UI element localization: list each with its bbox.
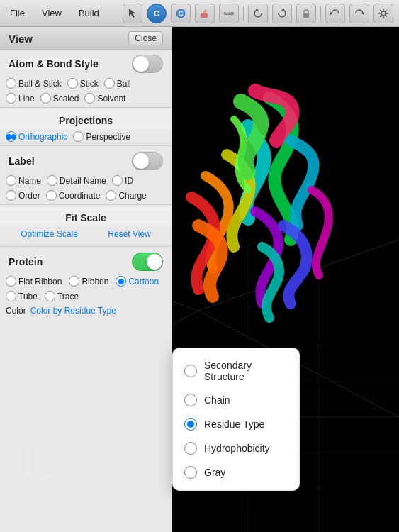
svg-line-21 xyxy=(386,10,387,11)
label-toggle[interactable] xyxy=(132,152,163,170)
cartoon-radio xyxy=(116,276,126,287)
label-section-title: Label xyxy=(9,155,35,167)
settings-tool[interactable] xyxy=(373,4,393,23)
id-option[interactable]: ID xyxy=(112,175,133,186)
stick-radio xyxy=(67,78,78,89)
rotate-left-tool[interactable] xyxy=(248,4,268,23)
orthographic-label: Orthographic xyxy=(18,132,67,142)
detail-name-label: Detail Name xyxy=(60,176,106,186)
order-radio xyxy=(6,190,16,201)
orthographic-option[interactable]: Orthographic xyxy=(6,131,67,142)
eraser-tool[interactable] xyxy=(195,4,215,23)
residue-type-label: Residue Type xyxy=(204,419,264,430)
ribbon-option[interactable]: Ribbon xyxy=(69,276,108,287)
flat-ribbon-label: Flat Ribbon xyxy=(18,277,62,287)
coordinate-option[interactable]: Coordinate xyxy=(46,190,101,201)
svg-marker-9 xyxy=(256,9,259,11)
rotate-right-tool[interactable] xyxy=(272,4,292,23)
detail-name-option[interactable]: Detail Name xyxy=(47,175,106,186)
menu-file[interactable]: File xyxy=(6,6,29,20)
projections-label: Projections xyxy=(0,109,172,129)
svg-point-14 xyxy=(381,11,386,16)
toolbar-divider2 xyxy=(320,6,321,21)
fit-scale-label: Fit Scale xyxy=(0,206,172,226)
residue-type-radio xyxy=(184,418,197,431)
hydrophobicity-radio xyxy=(184,442,197,455)
projection-options: Orthographic Perspective xyxy=(0,129,172,144)
tube-option[interactable]: Tube xyxy=(6,291,38,301)
name-option[interactable]: Name xyxy=(6,175,41,186)
lock-tool[interactable] xyxy=(296,4,316,23)
color-value-button[interactable]: Color by Residue Type xyxy=(30,306,116,316)
atom-plus-tool[interactable]: C + xyxy=(171,4,191,23)
menu-view[interactable]: View xyxy=(38,6,66,20)
molecule-visualization xyxy=(142,84,383,353)
color-label: Color xyxy=(6,306,26,316)
cartoon-option[interactable]: Cartoon xyxy=(116,276,159,287)
gray-radio xyxy=(184,466,197,479)
coordinate-radio xyxy=(46,190,57,201)
panel-title: View xyxy=(9,33,33,45)
protein-section: Protein xyxy=(0,248,172,274)
redo-tool[interactable] xyxy=(349,4,369,23)
tube-radio xyxy=(6,291,16,301)
perspective-option[interactable]: Perspective xyxy=(73,131,130,142)
secondary-structure-radio xyxy=(184,365,197,377)
secondary-structure-option[interactable]: Secondary Structure xyxy=(173,354,299,388)
fit-scale-buttons: Optimize Scale Reset View xyxy=(0,226,172,245)
order-label: Order xyxy=(18,191,40,201)
flat-ribbon-radio xyxy=(6,276,16,287)
charge-option[interactable]: Charge xyxy=(106,190,146,201)
stick-option[interactable]: Stick xyxy=(67,78,99,89)
atom-bond-style-label: Atom & Bond Style xyxy=(9,58,99,70)
svg-rect-5 xyxy=(224,12,234,15)
label-knob xyxy=(133,153,149,169)
cartoon-label: Cartoon xyxy=(128,277,159,287)
cursor-tool[interactable] xyxy=(123,4,142,23)
protein-style-options-2: Tube Trace xyxy=(0,289,172,304)
tube-label: Tube xyxy=(18,292,38,301)
chain-option[interactable]: Chain xyxy=(173,388,299,412)
order-option[interactable]: Order xyxy=(6,190,40,201)
divider-4 xyxy=(0,246,172,247)
name-radio xyxy=(6,175,16,186)
id-label: ID xyxy=(125,176,133,186)
ball-stick-option[interactable]: Ball & Stick xyxy=(6,78,62,89)
solvent-option[interactable]: Solvent xyxy=(84,93,125,104)
svg-line-19 xyxy=(380,10,381,11)
menu-build[interactable]: Build xyxy=(74,6,103,20)
ball-radio xyxy=(104,78,115,89)
atom-bond-style-toggle[interactable] xyxy=(132,55,163,73)
hydrophobicity-label: Hydrophobicity xyxy=(204,443,270,454)
scaled-option[interactable]: Scaled xyxy=(40,93,79,104)
undo-tool[interactable] xyxy=(325,4,345,23)
panel-close-button[interactable]: Close xyxy=(128,31,163,45)
label-options-2: Order Coordinate Charge xyxy=(0,188,172,203)
ruler-tool[interactable] xyxy=(219,4,239,23)
trace-label: Trace xyxy=(57,292,79,301)
coordinate-label: Coordinate xyxy=(59,191,101,201)
optimize-scale-button[interactable]: Optimize Scale xyxy=(21,229,78,239)
trace-option[interactable]: Trace xyxy=(45,291,79,301)
residue-type-option[interactable]: Residue Type xyxy=(173,412,299,436)
reset-view-button[interactable]: Reset View xyxy=(108,229,150,239)
line-option[interactable]: Line xyxy=(6,93,35,104)
ribbon-radio xyxy=(69,276,79,287)
svg-rect-3 xyxy=(201,13,208,18)
atom-c-tool[interactable]: C xyxy=(147,4,167,23)
charge-radio xyxy=(106,190,116,201)
gray-option[interactable]: Gray xyxy=(173,460,299,484)
solvent-radio xyxy=(84,93,95,104)
ball-stick-label: Ball & Stick xyxy=(18,79,62,89)
divider-3 xyxy=(0,204,172,205)
solvent-label: Solvent xyxy=(97,94,125,104)
chain-radio xyxy=(184,394,197,406)
scaled-label: Scaled xyxy=(53,94,79,104)
protein-toggle[interactable] xyxy=(132,253,163,271)
hydrophobicity-option[interactable]: Hydrophobicity xyxy=(173,436,299,460)
flat-ribbon-option[interactable]: Flat Ribbon xyxy=(6,276,62,287)
svg-rect-11 xyxy=(303,13,309,18)
ball-option[interactable]: Ball xyxy=(104,78,131,89)
chain-label: Chain xyxy=(204,394,230,406)
svg-line-22 xyxy=(380,16,381,17)
